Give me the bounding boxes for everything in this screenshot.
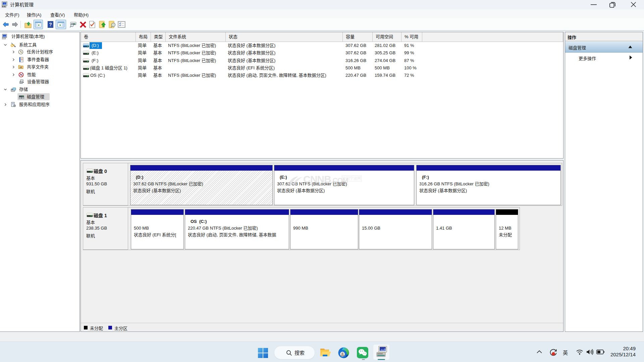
svg-text:?: ? bbox=[49, 22, 52, 27]
